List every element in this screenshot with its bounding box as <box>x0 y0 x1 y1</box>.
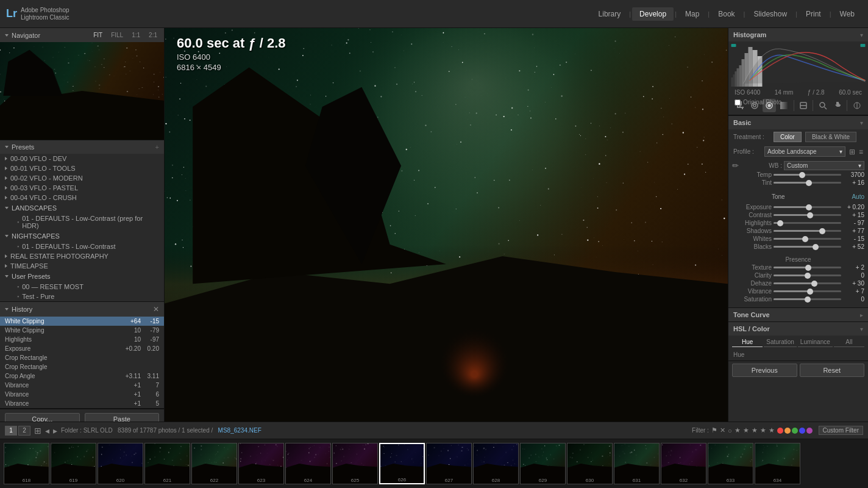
preset-group-nightscapes[interactable]: NIGHTSCAPES <box>0 231 164 242</box>
shadows-thumb[interactable] <box>819 228 825 234</box>
tab-book[interactable]: Book <box>711 7 742 21</box>
history-item-5[interactable]: Crop Rectangle <box>0 362 164 371</box>
filename-link[interactable]: MS8_6234.NEF <box>218 427 261 434</box>
main-image-area[interactable]: 60.0 sec at ƒ / 2.8 ISO 6400 6816 × 4549 <box>165 28 728 422</box>
navigator-header[interactable]: Navigator FIT FILL 1:1 2:1 <box>0 28 164 42</box>
temp-slider[interactable] <box>774 174 841 176</box>
custom-filter-button[interactable]: Custom Filter <box>819 426 863 435</box>
exposure-slider[interactable] <box>774 206 841 208</box>
tab-web[interactable]: Web <box>833 7 862 21</box>
original-photo-checkbox[interactable] <box>735 99 741 106</box>
wb-eyedropper-icon[interactable]: ✏ <box>732 161 739 170</box>
film-thumb-628[interactable]: 628 <box>473 443 519 484</box>
history-header[interactable]: History ✕ <box>0 302 164 317</box>
tab-slideshow[interactable]: Slideshow <box>746 7 794 21</box>
film-thumb-619[interactable]: 619 <box>51 443 96 484</box>
filter-rejected-icon[interactable]: ✕ <box>720 426 725 434</box>
whites-slider[interactable] <box>774 238 841 240</box>
film-thumb-625[interactable]: 625 <box>332 443 378 484</box>
dehaze-thumb[interactable] <box>811 281 817 287</box>
film-thumb-623[interactable]: 623 <box>238 443 284 484</box>
film-thumb-632[interactable]: 632 <box>661 443 706 484</box>
film-thumb-618[interactable]: 618 <box>4 443 49 484</box>
texture-thumb[interactable] <box>805 265 811 271</box>
preset-group-landscapes[interactable]: LANDSCAPES <box>0 203 164 214</box>
wb-dropdown[interactable]: Custom ▾ <box>784 161 864 170</box>
highlights-slider[interactable] <box>774 222 841 224</box>
tab-library[interactable]: Library <box>591 7 628 21</box>
profile-list-button[interactable]: ≡ <box>859 148 863 156</box>
preset-item-timelapse[interactable]: TIMELAPSE <box>0 261 164 271</box>
filter-red-dot[interactable] <box>777 428 783 434</box>
page-1-button[interactable]: 1 <box>5 426 17 436</box>
saturation-slider[interactable] <box>774 298 841 300</box>
reset-button[interactable]: Reset <box>800 364 865 377</box>
film-thumb-633[interactable]: 633 <box>708 443 753 484</box>
hsl-tab-saturation[interactable]: Saturation <box>764 337 797 347</box>
tab-develop[interactable]: Develop <box>632 7 674 21</box>
filter-flag-icon[interactable]: ⚑ <box>711 426 717 434</box>
filter-star-4[interactable]: ★ <box>760 426 766 434</box>
prev-photo-button[interactable]: ◂ <box>45 426 49 436</box>
page-2-button[interactable]: 2 <box>18 426 30 436</box>
film-thumb-621[interactable]: 621 <box>144 443 190 484</box>
contrast-slider[interactable] <box>774 214 841 216</box>
vibrance-thumb[interactable] <box>807 289 813 295</box>
hsl-tab-all[interactable]: All <box>834 337 864 347</box>
history-item-3[interactable]: Exposure +0.20 0.20 <box>0 344 164 353</box>
contrast-thumb[interactable] <box>807 212 813 218</box>
basic-header[interactable]: Basic ▾ <box>728 116 868 129</box>
tone-curve-header[interactable]: Tone Curve ▸ <box>728 308 868 321</box>
shadows-slider[interactable] <box>774 230 841 232</box>
exposure-thumb[interactable] <box>806 204 812 210</box>
saturation-thumb[interactable] <box>805 296 811 303</box>
copy-button[interactable]: Copy... <box>5 413 80 422</box>
nav-size-fill[interactable]: FILL <box>109 31 125 39</box>
preset-item-landscapes-defaults[interactable]: ▪ 01 - DEFAULTS - Low-Contrast (prep for… <box>12 214 164 231</box>
tint-slider[interactable] <box>774 182 841 184</box>
filmstrip[interactable]: 618 619 620 621 622 623 624 625 626 627 … <box>0 439 868 488</box>
highlights-thumb[interactable] <box>777 220 783 226</box>
film-thumb-626[interactable]: 626 <box>379 443 425 484</box>
history-item-1[interactable]: White Clipping 10 -79 <box>0 326 164 335</box>
history-item-8[interactable]: Vibrance +1 6 <box>0 390 164 399</box>
next-photo-button[interactable]: ▸ <box>53 426 57 436</box>
filter-star-5[interactable]: ★ <box>769 426 775 434</box>
tab-map[interactable]: Map <box>678 7 706 21</box>
clarity-thumb[interactable] <box>805 273 811 279</box>
tone-auto-button[interactable]: Auto <box>852 193 864 200</box>
presets-header[interactable]: Presets + <box>0 140 164 154</box>
hsl-header[interactable]: HSL / Color ▾ <box>728 322 868 336</box>
nav-size-2to1[interactable]: 2:1 <box>147 31 159 39</box>
preset-item-vflo-crush[interactable]: 00-04 VFLO - CRUSH <box>0 193 164 203</box>
filter-yellow-dot[interactable] <box>784 428 791 434</box>
preset-item-vflo-modern[interactable]: 00-02 VFLO - MODERN <box>0 173 164 183</box>
profile-dropdown[interactable]: Adobe Landscape ▾ <box>764 146 845 157</box>
tint-thumb[interactable] <box>806 180 812 186</box>
film-thumb-631[interactable]: 631 <box>614 443 660 484</box>
history-close-button[interactable]: ✕ <box>153 305 159 314</box>
texture-slider[interactable] <box>774 267 841 268</box>
filter-blue-dot[interactable] <box>799 428 805 434</box>
filter-star-2[interactable]: ★ <box>743 426 749 434</box>
hsl-tab-hue[interactable]: Hue <box>732 337 763 347</box>
film-thumb-622[interactable]: 622 <box>191 443 237 484</box>
histogram-header[interactable]: Histogram ▾ <box>728 28 868 41</box>
history-item-6[interactable]: Crop Angle +3.11 3.11 <box>0 371 164 381</box>
previous-button[interactable]: Previous <box>732 364 797 377</box>
clarity-slider[interactable] <box>774 274 841 276</box>
vibrance-slider[interactable] <box>774 290 841 292</box>
history-item-0[interactable]: White Clipping +64 -15 <box>0 317 164 326</box>
preset-group-user-presets[interactable]: User Presets <box>0 271 164 282</box>
tab-print[interactable]: Print <box>799 7 828 21</box>
hsl-tab-luminance[interactable]: Luminance <box>798 337 833 347</box>
treatment-bw-button[interactable]: Black & White <box>805 132 856 142</box>
history-item-2[interactable]: Highlights 10 -97 <box>0 335 164 344</box>
nav-size-fit[interactable]: FIT <box>91 31 104 39</box>
filter-green-dot[interactable] <box>792 428 798 434</box>
treatment-color-button[interactable]: Color <box>774 132 802 142</box>
film-thumb-627[interactable]: 627 <box>426 443 472 484</box>
paste-button[interactable]: Paste <box>85 413 160 422</box>
film-thumb-620[interactable]: 620 <box>98 443 143 484</box>
filter-purple-dot[interactable] <box>806 428 813 434</box>
